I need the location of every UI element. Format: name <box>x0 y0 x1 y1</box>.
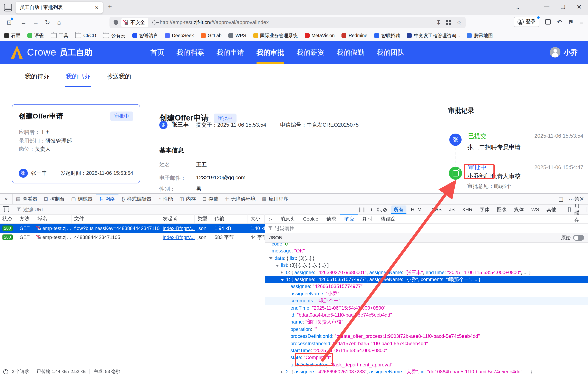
url-bar[interactable]: 不安全 http://emp-test.zjf-it.cn/#/approval… <box>109 17 466 28</box>
tab-我的已办[interactable]: 我的已办 <box>63 64 94 89</box>
home-icon[interactable]: ⌂ <box>57 18 61 27</box>
nav-item-首页[interactable]: 首页 <box>150 41 164 64</box>
tab-抄送我的[interactable]: 抄送我的 <box>103 64 134 89</box>
clear-requests-icon[interactable] <box>4 207 9 212</box>
type-filter-HTML[interactable]: HTML <box>408 206 427 213</box>
nav-item-我的申请[interactable]: 我的申请 <box>217 41 244 64</box>
json-row[interactable]: startTime: "2025-11-06T15:53:54.000+0800… <box>265 347 588 354</box>
bookmark-item[interactable]: 智联招聘 <box>374 32 400 39</box>
nav-item-我的假勤[interactable]: 我的假勤 <box>336 41 364 64</box>
add-icon[interactable]: + <box>370 206 373 213</box>
sidebar-toggle-icon[interactable]: ⊡ <box>7 18 12 27</box>
devtools-tab-应用程序[interactable]: ▦应用程序 <box>259 194 292 204</box>
tab-我的待办[interactable]: 我的待办 <box>22 64 53 89</box>
menu-icon[interactable]: ≡ <box>580 18 583 25</box>
expand-arrow-icon[interactable] <box>281 271 283 274</box>
column-header-大小[interactable]: 大小 <box>248 214 265 223</box>
json-row[interactable]: assigneeName: "小乔" <box>265 291 588 298</box>
initiator-link[interactable]: index-BfngrV... <box>163 224 195 233</box>
json-row[interactable]: assignee: "42666103515774977" <box>265 283 588 291</box>
column-header-状态[interactable]: 状态 <box>0 214 17 223</box>
request-row[interactable]: 200GETemp-test.zjf...44838844423471105in… <box>0 233 265 242</box>
type-filter-媒体[interactable]: 媒体 <box>511 205 527 214</box>
firefox-view-icon[interactable] <box>4 4 12 11</box>
type-filter-所有[interactable]: 所有 <box>391 205 406 214</box>
type-filter-XHR[interactable]: XHR <box>459 206 475 213</box>
bookmark-item[interactable]: 腾讯地图 <box>467 32 493 39</box>
devtools-tab-存储[interactable]: ⊟存储 <box>199 194 221 204</box>
json-row[interactable]: operation: "" <box>265 326 588 333</box>
approval-card[interactable]: 创建Offer申请 审批中 应聘者：王五录用部门：研发管理部岗位：负责人 张 张… <box>12 104 140 183</box>
detail-tab-请求[interactable]: 请求 <box>323 214 340 223</box>
nav-item-我的团队[interactable]: 我的团队 <box>377 41 404 64</box>
detail-tab-响应[interactable]: 响应 <box>340 214 358 223</box>
nav-item-我的薪资[interactable]: 我的薪资 <box>296 41 324 64</box>
tab-close-icon[interactable]: ✕ <box>95 5 99 10</box>
bookmark-item[interactable]: 中竞发工程管理咨询... <box>407 32 460 39</box>
type-filter-CSS[interactable]: CSS <box>429 206 444 213</box>
screenshot-icon[interactable] <box>545 19 551 24</box>
shield-icon[interactable] <box>114 20 118 25</box>
bookmark-item[interactable]: 语雀 <box>27 32 44 39</box>
json-row[interactable]: code: 0 <box>265 243 588 248</box>
json-row[interactable]: name: "部门负责人审核" <box>265 319 588 326</box>
block-icon[interactable]: ⊘ <box>383 207 387 213</box>
nav-item-我的档案[interactable]: 我的档案 <box>177 41 204 64</box>
url-text[interactable]: http://emp-test.zjf-it.cn/#/approval/app… <box>160 20 269 25</box>
devtools-tab-无障碍环境[interactable]: ✛无障碍环境 <box>221 194 259 204</box>
user-box[interactable]: 小乔 <box>550 47 578 58</box>
detail-tab-Cookie[interactable]: Cookie <box>299 214 323 223</box>
tabs-dropdown-icon[interactable]: ⌄ <box>515 4 520 11</box>
bookmark-item[interactable]: 工具 <box>51 32 68 39</box>
json-row[interactable]: 2: { assignee: "42666960261087233", assi… <box>265 368 588 375</box>
json-row[interactable]: comments: "t哦那个一" <box>265 297 588 304</box>
expand-arrow-icon[interactable] <box>281 371 283 374</box>
devtools-tab-网络[interactable]: ⇅网络 <box>96 194 118 204</box>
devtools-tab-性能[interactable]: ◔性能 <box>155 194 176 204</box>
type-filter-图像[interactable]: 图像 <box>494 205 510 214</box>
bookmark-item[interactable]: 智谱清言 <box>132 32 158 39</box>
type-filter-WS[interactable]: WS <box>528 206 542 213</box>
bookmark-item[interactable]: 石墨 <box>4 32 21 39</box>
bookmark-item[interactable]: GitLab <box>201 33 221 38</box>
search-icon[interactable] <box>377 208 379 212</box>
column-header-发起者[interactable]: 发起者 <box>160 214 195 223</box>
devtools-tab-调试器[interactable]: ▢调试器 <box>68 194 96 204</box>
expand-arrow-icon[interactable] <box>269 258 273 260</box>
extension-icon[interactable]: ⚑ <box>568 18 574 26</box>
json-row[interactable]: message: "OK" <box>265 248 588 255</box>
properties-filter[interactable]: 过滤属性 <box>265 224 588 233</box>
column-header-类型[interactable]: 类型 <box>195 214 212 223</box>
node-picker-icon[interactable]: ⌖ <box>0 194 13 204</box>
forward-icon[interactable]: → <box>33 18 39 27</box>
window-close-button[interactable]: ✕ <box>577 3 582 11</box>
bookmark-item[interactable]: 公有云 <box>103 32 126 39</box>
column-header-文件[interactable]: 文件 <box>72 214 160 223</box>
json-row[interactable]: processDefinitionId: "create_offer_proce… <box>265 333 588 340</box>
undo-icon[interactable]: ↶ <box>557 18 562 26</box>
window-maximize-button[interactable]: ▢ <box>560 3 565 9</box>
reload-icon[interactable]: ↻ <box>45 18 50 27</box>
column-header-域名[interactable]: 域名 <box>35 214 72 223</box>
bookmark-star-icon[interactable]: ☆ <box>456 19 462 26</box>
expand-arrow-icon[interactable] <box>281 279 284 281</box>
bookmark-item[interactable]: Redmine <box>342 33 368 38</box>
detail-tab-消息头[interactable]: 消息头 <box>276 214 299 223</box>
save-page-icon[interactable]: ↧ <box>436 19 441 26</box>
split-console-icon[interactable]: ◫ <box>558 196 564 202</box>
raw-toggle[interactable] <box>573 235 584 241</box>
column-header-方法[interactable]: 方法 <box>17 214 35 223</box>
bookmark-item[interactable]: WPS <box>229 33 246 38</box>
devtools-tab-查看器[interactable]: ▤查看器 <box>13 194 41 204</box>
json-row[interactable]: list: (3)[ {...}, {...}, {...} ] <box>265 262 588 269</box>
json-row[interactable]: data: { list: (3)[...] } <box>265 255 588 262</box>
type-filter-JS[interactable]: JS <box>446 206 458 213</box>
login-button[interactable]: 登录 <box>514 17 539 27</box>
json-row[interactable]: state: "Completed" <box>265 354 588 362</box>
devtools-tab-控制台[interactable]: ⊡控制台 <box>41 194 68 204</box>
request-row[interactable]: 200GETemp-test.zjf...flow?businessKey=44… <box>0 224 265 233</box>
back-icon[interactable]: ← <box>21 18 27 27</box>
browser-tab[interactable]: 员工自助 | 审批列表 ✕ <box>16 2 103 13</box>
qr-code-icon[interactable] <box>446 20 451 25</box>
not-secure-chip[interactable]: 不安全 <box>121 18 148 27</box>
